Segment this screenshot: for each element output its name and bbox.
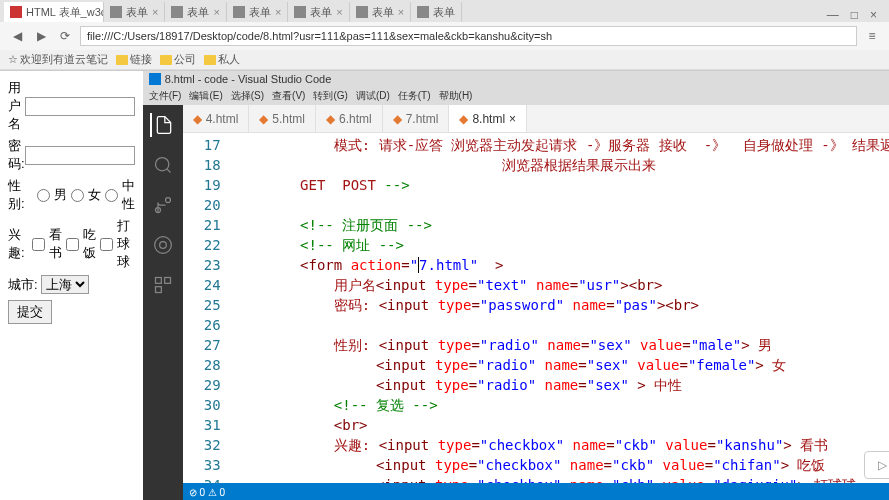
menu-tasks[interactable]: 任务(T)	[398, 89, 431, 103]
tab-close-icon[interactable]: ×	[152, 6, 158, 18]
editor-tab[interactable]: ◆5.html	[249, 105, 316, 132]
browser-tab[interactable]: 表单×	[104, 2, 165, 22]
menu-debug[interactable]: 调试(D)	[356, 89, 390, 103]
explorer-icon[interactable]	[150, 113, 174, 137]
tab-close-icon[interactable]: ×	[398, 6, 404, 18]
browser-tab[interactable]: 表单×	[350, 2, 411, 22]
menu-edit[interactable]: 编辑(E)	[189, 89, 222, 103]
menu-goto[interactable]: 转到(G)	[313, 89, 347, 103]
svg-point-3	[154, 237, 171, 254]
source-control-icon[interactable]	[151, 193, 175, 217]
browser-tab-bar: HTML 表单_w3cschool× 表单× 表单× 表单× 表单× 表单× 表…	[0, 0, 889, 22]
menu-view[interactable]: 查看(V)	[272, 89, 305, 103]
window-maximize-icon[interactable]: □	[851, 8, 858, 22]
city-label: 城市:	[8, 276, 38, 294]
city-select[interactable]: 上海	[41, 275, 89, 294]
tab-close-icon[interactable]: ×	[336, 6, 342, 18]
interest-eat-checkbox[interactable]	[66, 238, 79, 251]
svg-rect-6	[164, 278, 170, 284]
bookmark-favorite[interactable]: ☆ 欢迎到有道云笔记	[8, 52, 108, 67]
submit-button[interactable]: 提交	[8, 300, 52, 324]
editor-tab[interactable]: ◆4.html	[183, 105, 250, 132]
bookmark-folder[interactable]: 公司	[160, 52, 196, 67]
bookmark-folder[interactable]: 链接	[116, 52, 152, 67]
back-button[interactable]: ◀	[8, 27, 26, 45]
editor-tabs: ◆4.html ◆5.html ◆6.html ◆7.html ◆8.html …	[183, 105, 889, 133]
extensions-icon[interactable]	[151, 273, 175, 297]
gender-neutral-radio[interactable]	[105, 189, 118, 202]
browser-tab[interactable]: 表单×	[227, 2, 288, 22]
username-input[interactable]	[25, 97, 135, 116]
svg-point-1	[165, 198, 170, 203]
browser-tab[interactable]: 表单×	[165, 2, 226, 22]
code-editor[interactable]: 1718192021222324252627282930313233343536…	[183, 133, 889, 483]
gender-male-radio[interactable]	[37, 189, 50, 202]
interest-ball-checkbox[interactable]	[100, 238, 113, 251]
rendered-form: 用户名 密码: 性别: 男 女 中性 兴趣: 看书 吃饭 打球球 城市: 上海 …	[0, 71, 143, 500]
editor-tab[interactable]: ◆6.html	[316, 105, 383, 132]
bookmark-folder[interactable]: 私人	[204, 52, 240, 67]
interest-label: 兴趣:	[8, 226, 28, 262]
tab-close-icon[interactable]: ×	[275, 6, 281, 18]
password-label: 密码:	[8, 137, 25, 173]
interest-read-checkbox[interactable]	[32, 238, 45, 251]
tab-close-icon[interactable]: ×	[213, 6, 219, 18]
debug-icon[interactable]	[151, 233, 175, 257]
vscode-title-bar: 8.html - code - Visual Studio Code	[143, 71, 889, 87]
search-icon[interactable]	[151, 153, 175, 177]
menu-file[interactable]: 文件(F)	[149, 89, 182, 103]
url-input[interactable]	[80, 26, 857, 46]
svg-rect-5	[155, 278, 161, 284]
password-input[interactable]	[25, 146, 135, 165]
line-numbers: 1718192021222324252627282930313233343536…	[183, 133, 233, 483]
gender-label: 性别:	[8, 177, 33, 213]
menu-help[interactable]: 帮助(H)	[439, 89, 473, 103]
svg-point-0	[155, 158, 168, 171]
browser-tab[interactable]: 表单×	[288, 2, 349, 22]
editor-tab[interactable]: ◆7.html	[383, 105, 450, 132]
editor-tab-active[interactable]: ◆8.html ×	[449, 105, 527, 132]
menu-select[interactable]: 选择(S)	[231, 89, 264, 103]
forward-button[interactable]: ▶	[32, 27, 50, 45]
svg-point-4	[159, 242, 166, 249]
tab-close-icon[interactable]: ×	[509, 112, 516, 126]
reload-button[interactable]: ⟳	[56, 27, 74, 45]
gender-female-radio[interactable]	[71, 189, 84, 202]
vscode-menu-bar: 文件(F) 编辑(E) 选择(S) 查看(V) 转到(G) 调试(D) 任务(T…	[143, 87, 889, 105]
svg-rect-7	[155, 287, 161, 293]
window-close-icon[interactable]: ×	[870, 8, 877, 22]
window-minimize-icon[interactable]: —	[827, 8, 839, 22]
username-label: 用户名	[8, 79, 25, 133]
browser-tab[interactable]: HTML 表单_w3cschool×	[4, 2, 104, 22]
activity-bar	[143, 105, 183, 500]
browser-tab[interactable]: 表单	[411, 2, 462, 22]
menu-icon[interactable]: ≡	[863, 27, 881, 45]
pip-overlay-icon[interactable]: ▷	[864, 451, 889, 479]
vscode-icon	[149, 73, 161, 85]
status-bar: ⊘ 0 ⚠ 0	[183, 483, 889, 500]
